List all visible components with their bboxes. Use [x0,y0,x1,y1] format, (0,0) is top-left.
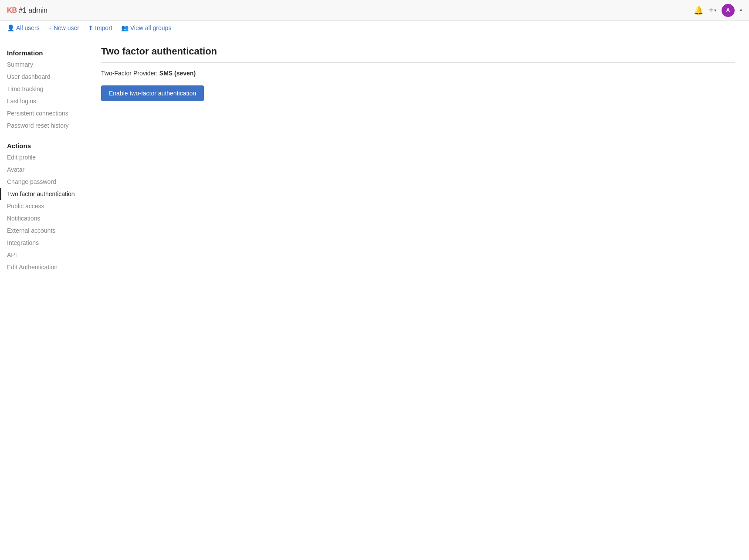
brand-kb: KB [7,7,17,14]
add-button[interactable]: + ▾ [708,6,716,15]
import-link[interactable]: ⬆ Import [88,24,112,31]
new-user-plus-icon: + [48,24,52,31]
sidebar-item-last-logins[interactable]: Last logins [0,95,87,107]
content-area: Two factor authentication Two-Factor Pro… [87,35,749,553]
sidebar-item-avatar[interactable]: Avatar [0,163,87,176]
brand: KB #1 admin [7,7,694,14]
sidebar-item-edit-profile[interactable]: Edit profile [0,151,87,163]
import-icon: ⬆ [88,24,93,31]
topbar: KB #1 admin 🔔 + ▾ A ▾ [0,0,749,21]
sidebar-item-external-accounts[interactable]: External accounts [0,224,87,237]
main-layout: Information Summary User dashboard Time … [0,35,749,553]
sidebar-item-integrations[interactable]: Integrations [0,237,87,249]
provider-info: Two-Factor Provider: SMS (seven) [101,70,735,77]
sidebar-item-persistent-connections[interactable]: Persistent connections [0,107,87,119]
sidebar: Information Summary User dashboard Time … [0,35,87,553]
bell-icon: 🔔 [694,6,703,15]
new-user-link[interactable]: + New user [48,24,79,31]
sidebar-item-time-tracking[interactable]: Time tracking [0,83,87,95]
caret-icon: ▾ [714,8,716,13]
provider-value: SMS (seven) [159,70,196,77]
avatar[interactable]: A [722,4,735,17]
plus-icon: + [708,6,713,15]
sidebar-item-change-password[interactable]: Change password [0,176,87,188]
user-icon: 👤 [7,24,14,31]
sidebar-item-password-reset-history[interactable]: Password reset history [0,119,87,132]
navbar: 👤 All users + New user ⬆ Import 👥 View a… [0,21,749,35]
sidebar-item-two-factor-auth[interactable]: Two factor authentication [0,188,87,200]
sidebar-item-user-dashboard[interactable]: User dashboard [0,71,87,83]
sidebar-actions-title: Actions [0,139,87,151]
sidebar-item-edit-authentication[interactable]: Edit Authentication [0,261,87,273]
topbar-icons: 🔔 + ▾ A ▾ [694,4,742,17]
notification-bell-button[interactable]: 🔔 [694,6,703,15]
sidebar-information-title: Information [0,46,87,58]
sidebar-item-summary[interactable]: Summary [0,58,87,71]
sidebar-item-api[interactable]: API [0,249,87,261]
enable-two-factor-button[interactable]: Enable two-factor authentication [101,85,204,101]
groups-icon: 👥 [121,24,129,31]
all-users-link[interactable]: 👤 All users [7,24,40,31]
avatar-caret-icon: ▾ [740,8,742,13]
sidebar-item-notifications[interactable]: Notifications [0,212,87,224]
brand-rest: #1 admin [19,7,47,14]
page-title: Two factor authentication [101,46,735,63]
sidebar-item-public-access[interactable]: Public access [0,200,87,212]
provider-label: Two-Factor Provider: [101,70,158,77]
view-all-groups-link[interactable]: 👥 View all groups [121,24,172,31]
